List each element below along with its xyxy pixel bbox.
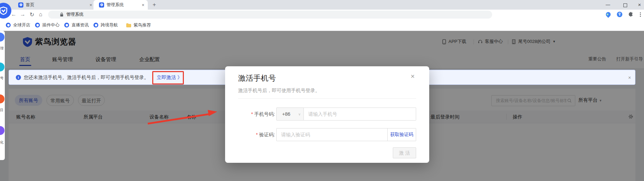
- info-icon: i: [16, 75, 21, 80]
- sidebar-label: 号: [0, 76, 5, 81]
- folder-icon: [126, 23, 131, 27]
- sidebar-circle-teal[interactable]: [0, 63, 4, 71]
- back-button[interactable]: ←: [10, 11, 17, 18]
- bookmark-label: 跨境导航: [101, 22, 118, 28]
- modal-title: 激活手机号: [238, 73, 276, 83]
- sidebar-label: 化: [0, 140, 5, 145]
- reload-button[interactable]: ↻: [29, 11, 35, 18]
- sidebar-label: 目: [0, 108, 5, 113]
- sidebar-circle-blue[interactable]: [0, 33, 4, 42]
- browser-menu-icon[interactable]: [640, 12, 641, 17]
- browser-tab-bar: 首页 × 管理系统 × + — ×: [0, 0, 644, 10]
- shield-favicon-icon: [35, 23, 40, 27]
- screen: 首页 × 管理系统 × + — × ← → ↻ ⌂ 管理系统: [0, 0, 644, 181]
- bookmark-item[interactable]: 插件中心: [35, 22, 59, 28]
- tab-title: 管理系统: [107, 2, 142, 8]
- bookmark-item[interactable]: 直播资讯: [64, 22, 89, 28]
- shield-favicon-icon: [93, 23, 98, 27]
- modal-close-icon[interactable]: ×: [411, 72, 415, 80]
- get-code-button[interactable]: 获取验证码: [387, 128, 416, 141]
- annotation-highlight-box: [152, 71, 184, 84]
- tab-title: 首页: [26, 2, 89, 8]
- home-button[interactable]: ⌂: [37, 11, 44, 18]
- phone-input[interactable]: [304, 108, 416, 121]
- bookmark-label: 紫鸟推荐: [134, 22, 151, 28]
- address-text: 管理系统: [66, 12, 84, 18]
- bookmarks-bar: 全球开店 插件中心 直播资讯 跨境导航 紫鸟推荐: [0, 20, 644, 31]
- required-mark: *: [256, 132, 258, 137]
- bookmark-item[interactable]: 跨境导航: [93, 22, 118, 28]
- window-restore-button[interactable]: [621, 1, 630, 8]
- banner-close-icon[interactable]: ×: [628, 75, 631, 80]
- quick-sidebar: 理 号 目 化: [0, 31, 5, 160]
- bookmark-folder-item[interactable]: 紫鸟推荐: [126, 22, 151, 28]
- lock-icon: [60, 12, 64, 17]
- site-favicon-icon: [18, 2, 23, 8]
- annotation-arrow: [144, 109, 222, 128]
- tab-close-icon[interactable]: ×: [89, 3, 92, 7]
- activate-phone-modal: 激活手机号 × 激活手机号后，即可使用手机号登录。 *手机号码: +86 ∨ *…: [225, 66, 429, 163]
- modal-subtitle: 激活手机号后，即可使用手机号登录。: [238, 88, 320, 94]
- chevron-down-icon: ∨: [298, 112, 301, 116]
- bookmark-label: 直播资讯: [71, 22, 89, 28]
- window-minimize-button[interactable]: —: [603, 1, 612, 8]
- password-key-icon[interactable]: [617, 12, 622, 17]
- address-bar[interactable]: 管理系统: [48, 11, 492, 19]
- extensions-puzzle-icon[interactable]: [628, 12, 633, 18]
- sidebar-circle-orange[interactable]: [0, 94, 4, 103]
- bookmark-label: 插件中心: [42, 22, 59, 28]
- tab-close-icon[interactable]: ×: [142, 3, 144, 7]
- window-close-button[interactable]: ×: [635, 1, 644, 8]
- activate-submit-button[interactable]: 激 活: [393, 147, 416, 158]
- browser-tab-home[interactable]: 首页 ×: [13, 0, 96, 10]
- phone-label: *手机号码:: [225, 108, 275, 121]
- sidebar-circle-purple[interactable]: [0, 126, 4, 135]
- bookmark-label: 全球开店: [13, 22, 30, 28]
- forward-button[interactable]: →: [19, 11, 26, 18]
- required-mark: *: [251, 111, 253, 117]
- browser-tab-admin[interactable]: 管理系统 ×: [93, 0, 148, 10]
- modal-divider: [238, 98, 416, 99]
- new-tab-button[interactable]: +: [153, 2, 156, 8]
- country-code-select[interactable]: +86 ∨: [276, 108, 304, 121]
- site-favicon-icon: [99, 2, 104, 8]
- bookmark-item[interactable]: 全球开店: [6, 22, 30, 28]
- shield-favicon-icon: [64, 23, 69, 27]
- shield-favicon-icon: [6, 23, 11, 27]
- sidebar-label: 理: [0, 46, 5, 51]
- code-label: *验证码:: [225, 128, 275, 141]
- code-input[interactable]: [276, 128, 388, 141]
- alert-text: 您还未激活手机号。激活手机号后，即可使用手机号登录。: [24, 75, 149, 81]
